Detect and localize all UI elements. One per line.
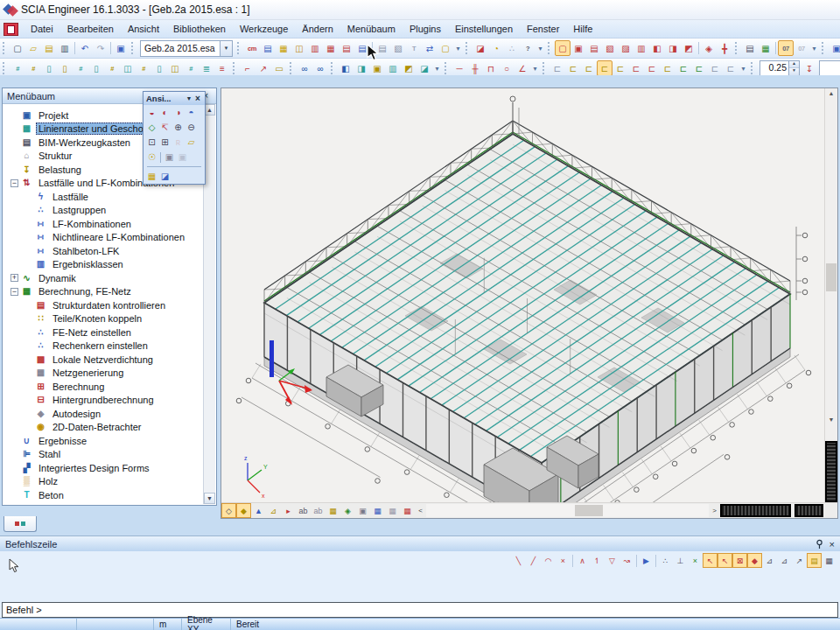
new-project-button[interactable]: ▢ — [10, 40, 25, 56]
undo-button[interactable]: ↶ — [77, 40, 93, 56]
open-project-button[interactable]: ▱ — [25, 40, 41, 56]
stuetze-button[interactable]: ◫ — [120, 60, 136, 76]
tree-item-rechenkern-einstellen[interactable]: ∴Rechenkern einstellen — [7, 340, 204, 354]
scrollbar-thumb[interactable] — [575, 505, 603, 516]
snap-bogen-button[interactable]: ◠ — [541, 553, 556, 568]
volumen-anzeigen-button[interactable]: ▣ — [355, 503, 370, 518]
toolbar-grip[interactable] — [751, 62, 755, 74]
tree-item-berechnung-fe-netz[interactable]: −▦Berechnung, FE-Netz — [7, 285, 204, 299]
new-document-button[interactable]: ▢ — [438, 40, 453, 56]
tree-item-strukturdaten-kontrollieren[interactable]: ▤Strukturdaten kontrollieren — [7, 298, 204, 312]
select-workplane-button[interactable]: ◈ — [701, 40, 717, 56]
koordinaten-tabelle-button[interactable]: ▦ — [822, 553, 836, 568]
select-rect-button[interactable]: ▤ — [586, 40, 602, 56]
snap-linie-button[interactable]: ╲ — [511, 553, 526, 568]
fundament-button[interactable]: ≡ — [214, 60, 230, 76]
balken-10-button[interactable]: ⊏ — [691, 60, 707, 76]
select-single-button[interactable]: ▢ — [555, 40, 570, 56]
ucs-ansicht-button[interactable]: ↸ — [158, 121, 172, 134]
ansicht-speichern-button[interactable]: ▱ — [185, 136, 198, 149]
raster-1-button[interactable]: # — [10, 60, 25, 76]
treppe-button[interactable]: ≣ — [199, 60, 214, 76]
geschoss-1-button[interactable]: ▯ — [41, 60, 57, 76]
winkel-button[interactable]: ∠ — [514, 60, 530, 76]
zoom-in-button[interactable]: ⊕ — [172, 121, 185, 134]
toolbar-grip[interactable] — [290, 62, 294, 74]
menu-men-baum[interactable]: Menübaum — [340, 22, 402, 36]
ansicht-c-button[interactable]: ▣ — [369, 60, 385, 76]
tree-item-stahlbeton-lfk[interactable]: ∺Stahlbeton-LFK — [7, 244, 204, 258]
tree-item-lastfälle[interactable]: ϟLastfälle — [7, 190, 204, 204]
cleaner-button[interactable]: ◪ — [472, 40, 488, 56]
fang-aus-button[interactable]: × — [688, 553, 703, 568]
fang-schnittpunkt-button[interactable]: ⊠ — [732, 553, 747, 568]
licht-button[interactable]: ☉ — [145, 150, 158, 164]
achsen-anzeigen-button[interactable]: ◈ — [340, 503, 355, 518]
help-mode-button[interactable]: ? — [520, 40, 536, 56]
menu-hilfe[interactable]: Hilfe — [566, 22, 599, 36]
clip-box-button[interactable]: ▦ — [145, 170, 158, 183]
koppeln-b-button[interactable]: ∞ — [312, 60, 328, 76]
beschriftung-button[interactable]: ab — [296, 503, 311, 518]
toolbar-grip[interactable] — [735, 42, 739, 54]
cross-sections-button[interactable]: ◫ — [291, 40, 307, 56]
snap-knoten-button[interactable]: ∧ — [575, 553, 590, 568]
punktraster-button[interactable]: ∴ — [658, 553, 673, 568]
decke-button[interactable]: ◫ — [167, 60, 183, 76]
bemassung-button[interactable]: ╫ — [467, 60, 483, 76]
tree-item-ergebnisse[interactable]: ∪Ergebnisse — [7, 434, 204, 448]
toolbar-grip[interactable] — [444, 62, 449, 74]
print-preview-button[interactable]: ▧ — [390, 40, 406, 56]
balken-5-button[interactable]: ⊏ — [612, 60, 628, 76]
view-z-button[interactable]: ◑ — [172, 106, 185, 119]
raster-2-button[interactable]: # — [25, 60, 41, 76]
fang-tangente-button[interactable]: ↗ — [792, 553, 807, 568]
layers-button[interactable]: ▤ — [260, 40, 276, 56]
balken-6-button[interactable]: ⊏ — [628, 60, 644, 76]
menu-bearbeiten[interactable]: Bearbeiten — [60, 22, 121, 36]
load-panels-button[interactable]: ▤ — [339, 40, 354, 56]
toolbar-options[interactable]: ▾ — [453, 41, 463, 55]
scroll-left-icon[interactable]: < — [415, 504, 426, 517]
zoom-selection-button[interactable]: ◔ — [488, 40, 504, 56]
licht-darstellung-button[interactable]: ▲ — [251, 503, 266, 518]
tree-item-ergebnisklassen[interactable]: ▥Ergebnisklassen — [7, 258, 204, 272]
tree-item-teile-knoten-koppeln[interactable]: ∷Teile/Knoten koppeln — [7, 312, 204, 326]
collapsed-panel-strip[interactable] — [720, 504, 791, 517]
tree-item-lokale-netzverdichtung[interactable]: ▩Lokale Netzverdichtung — [7, 353, 204, 367]
tree-item-beton[interactable]: TBeton — [7, 488, 204, 502]
tree-item-fe-netz-einstellen[interactable]: ∴FE-Netz einstellen — [7, 326, 204, 340]
fang-mittelpunkt-button[interactable]: ◆ — [747, 553, 762, 568]
menu--ndern[interactable]: Ändern — [295, 22, 340, 36]
scroll-down-icon[interactable]: ▼ — [825, 415, 837, 426]
materials-button[interactable]: ▥ — [307, 40, 323, 56]
kamera-aus-button[interactable]: ▣ — [176, 150, 189, 164]
ansicht-b-button[interactable]: ◨ — [354, 60, 369, 76]
tree-item-autodesign[interactable]: ◈Autodesign — [7, 407, 204, 421]
balken-3-button[interactable]: ⊏ — [581, 60, 597, 76]
save-all-button[interactable]: ▤ — [41, 40, 57, 56]
activity-button[interactable]: ▦ — [758, 40, 774, 56]
units-button[interactable]: cm — [244, 40, 260, 56]
balken-11-button[interactable]: ⊏ — [707, 60, 723, 76]
menu-werkzeuge[interactable]: Werkzeuge — [233, 22, 295, 36]
scrollbar-thumb[interactable] — [826, 263, 836, 291]
raster-3-button[interactable]: # — [73, 60, 88, 76]
toolbar-grip[interactable] — [822, 42, 826, 54]
tree-item-lf-kombinationen[interactable]: ∺LF-Kombinationen — [7, 217, 204, 231]
kreis-button[interactable]: ○ — [499, 60, 514, 76]
raster-4-button[interactable]: # — [104, 60, 120, 76]
befehlszeile-header[interactable]: Befehlszeile × — [0, 536, 840, 551]
view-flag-b-button[interactable]: 07 — [794, 40, 809, 56]
tree-item-dynamik[interactable]: +∿Dynamik — [7, 271, 204, 285]
menu-plugins[interactable]: Plugins — [402, 22, 448, 36]
tables-button[interactable]: ▤ — [354, 40, 370, 56]
balken-12-button[interactable]: ⊏ — [723, 60, 738, 76]
schattierung-button[interactable]: ▦ — [326, 503, 340, 518]
menu-fenster[interactable]: Fenster — [520, 22, 566, 36]
massstab-button[interactable]: ↧ — [802, 60, 817, 76]
redo-button[interactable]: ↷ — [93, 40, 108, 56]
rechteck-button[interactable]: ▭ — [271, 60, 287, 76]
tree-item-2d-daten-betrachter[interactable]: ◉2D-Daten-Betrachter — [7, 421, 204, 435]
select-byprop-button[interactable]: ◨ — [665, 40, 681, 56]
